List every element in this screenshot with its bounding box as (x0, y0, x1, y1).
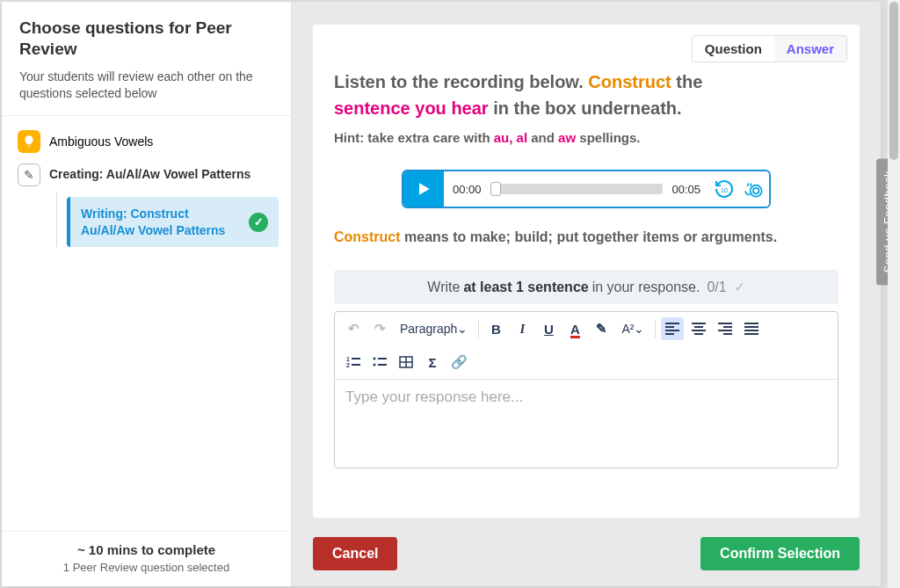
audio-player: 00:00 00:05 10 (402, 170, 771, 208)
svg-point-5 (374, 358, 376, 360)
unordered-list-icon (373, 356, 387, 368)
response-count: 0/1 (707, 279, 726, 295)
align-right-icon (718, 323, 732, 335)
tree-section[interactable]: Ambiguous Vowels (14, 125, 279, 158)
play-icon (415, 180, 432, 198)
table-icon (399, 356, 413, 368)
audio-seek-track[interactable] (490, 184, 664, 194)
align-left-button[interactable] (661, 317, 684, 340)
editor-textarea[interactable]: Type your response here... (335, 380, 838, 468)
main-footer: Cancel Confirm Selection (292, 526, 881, 586)
tab-answer[interactable]: Answer (774, 36, 846, 62)
sidebar-footer: ~ 10 mins to complete 1 Peer Review ques… (2, 531, 291, 586)
align-right-button[interactable] (714, 317, 737, 340)
svg-point-6 (374, 364, 376, 367)
underline-button[interactable]: U (537, 317, 560, 340)
tab-question[interactable]: Question (693, 36, 774, 62)
hint-prefix: Hint: take extra care with (334, 130, 494, 145)
rewind-button[interactable]: 10 (709, 171, 739, 207)
scrollbar-thumb[interactable] (889, 2, 898, 160)
tree-child-container: Writing: Construct Au/Al/Aw Vowel Patter… (56, 197, 279, 248)
question-tree: Ambiguous Vowels ✎ Creating: Au/Al/Aw Vo… (2, 116, 291, 531)
question-prompt: Listen to the recording below. Construct… (334, 69, 838, 121)
play-button[interactable] (403, 171, 444, 207)
tree-subsection[interactable]: ✎ Creating: Au/Al/Aw Vowel Patterns (14, 158, 279, 192)
audio-seek-thumb[interactable] (490, 182, 501, 196)
page-scrollbar[interactable] (888, 0, 900, 588)
bold-button[interactable]: B (484, 317, 507, 340)
qa-toggle: Question Answer (692, 35, 847, 62)
peer-review-modal: Choose questions for Peer Review Your st… (2, 2, 881, 586)
tree-item-selected[interactable]: Writing: Construct Au/Al/Aw Vowel Patter… (67, 197, 279, 248)
rich-text-editor: ↶ ↷ Paragraph ⌄ B I U A ✎ A² ⌄ (334, 311, 838, 468)
definition-body: means to make; build; put together items… (401, 229, 778, 244)
align-left-icon (665, 323, 679, 335)
sidebar-subtitle: Your students will review each other on … (19, 69, 273, 103)
pencil-icon: ✎ (18, 163, 40, 186)
svg-point-1 (751, 185, 762, 197)
time-estimate: ~ 10 mins to complete (19, 542, 273, 557)
tree-subsection-label: Creating: Au/Al/Aw Vowel Patterns (49, 163, 250, 184)
response-text: in your response. (592, 279, 700, 295)
sidebar-title: Choose questions for Peer Review (19, 18, 273, 60)
hint-mid: and (527, 130, 558, 145)
hint-text: Hint: take extra care with au, al and aw… (334, 130, 838, 145)
hint-pattern: au, al (494, 130, 527, 145)
main-panel: Question Answer Listen to the recording … (292, 2, 881, 586)
rewind-icon: 10 (714, 178, 735, 200)
align-center-button[interactable] (687, 317, 710, 340)
cancel-button[interactable]: Cancel (313, 537, 397, 570)
content-card: Question Answer Listen to the recording … (313, 25, 860, 518)
sidebar: Choose questions for Peer Review Your st… (2, 2, 292, 586)
highlight-button[interactable]: ✎ (590, 317, 613, 340)
equation-button[interactable]: Σ (421, 351, 444, 374)
align-center-icon (692, 323, 706, 335)
audio-total-time: 00:05 (663, 183, 709, 196)
tree-section-label: Ambiguous Vowels (49, 134, 153, 149)
definition-text: Construct means to make; build; put toge… (334, 229, 838, 245)
prompt-text: Listen to the recording below. (334, 72, 588, 91)
table-button[interactable] (395, 351, 417, 374)
link-button[interactable]: 🔗 (447, 351, 470, 374)
content-scroll: Question Answer Listen to the recording … (292, 2, 881, 526)
response-bold: at least 1 sentence (463, 279, 588, 295)
editor-toolbar: ↶ ↷ Paragraph ⌄ B I U A ✎ A² ⌄ (335, 312, 838, 380)
text-color-button[interactable]: A (563, 317, 586, 340)
separator (655, 320, 656, 338)
chevron-down-icon: ⌄ (634, 322, 644, 336)
hint-suffix: spellings. (576, 130, 640, 145)
snail-icon (743, 178, 766, 200)
audio-current-time: 00:00 (444, 183, 490, 196)
paragraph-label: Paragraph (400, 322, 457, 336)
svg-text:1: 1 (346, 356, 350, 362)
ordered-list-icon: 12 (346, 356, 360, 368)
prompt-highlight: sentence you hear (334, 98, 489, 118)
align-justify-button[interactable] (740, 317, 763, 340)
check-icon: ✓ (249, 213, 268, 232)
chevron-down-icon: ⌄ (457, 322, 468, 336)
italic-button[interactable]: I (511, 317, 533, 340)
redo-button[interactable]: ↷ (368, 317, 391, 340)
align-justify-icon (744, 323, 758, 335)
undo-button[interactable]: ↶ (342, 317, 365, 340)
slow-button[interactable] (739, 171, 769, 207)
paragraph-dropdown[interactable]: Paragraph ⌄ (395, 317, 473, 340)
svg-point-2 (753, 188, 759, 194)
check-icon: ✓ (734, 279, 745, 295)
prompt-keyword: Construct (588, 72, 671, 91)
ordered-list-button[interactable]: 12 (342, 351, 365, 374)
prompt-text: the (671, 72, 703, 91)
font-size-button[interactable]: A² ⌄ (616, 317, 650, 340)
sidebar-header: Choose questions for Peer Review Your st… (2, 2, 291, 116)
lightbulb-icon (18, 130, 40, 153)
response-requirement: Write at least 1 sentence in your respon… (334, 270, 838, 304)
svg-text:10: 10 (721, 187, 728, 193)
confirm-button[interactable]: Confirm Selection (700, 537, 860, 570)
definition-word: Construct (334, 229, 401, 244)
unordered-list-button[interactable] (368, 351, 391, 374)
selected-count: 1 Peer Review question selected (19, 561, 273, 574)
tree-item-label: Writing: Construct Au/Al/Aw Vowel Patter… (81, 206, 242, 239)
prompt-text: in the box underneath. (489, 98, 682, 118)
hint-pattern: aw (558, 130, 576, 145)
separator (478, 320, 479, 338)
